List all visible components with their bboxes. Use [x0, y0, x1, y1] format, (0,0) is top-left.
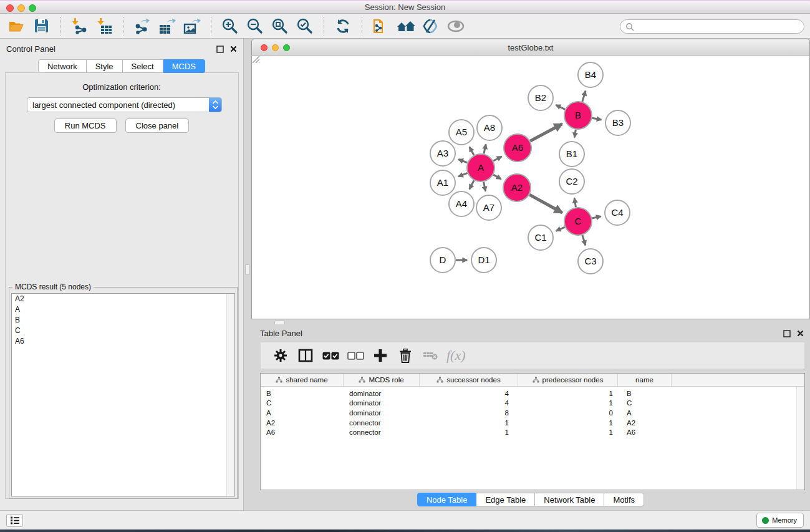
graph-edge-A6-B[interactable]	[530, 124, 562, 141]
network-canvas[interactable]: B4B2BB3A5A8A6B1A3AC2A1A2A4A7C4CC1C3DD1	[251, 56, 810, 319]
graph-node-B[interactable]: B	[564, 102, 592, 129]
select-all-columns-button[interactable]	[319, 344, 342, 367]
zoom-selected-button[interactable]	[292, 16, 317, 37]
graph-node-C1[interactable]: C1	[528, 225, 553, 250]
graph-edge-A-A5[interactable]	[470, 147, 474, 155]
graph-edge-A-A2[interactable]	[493, 175, 501, 179]
export-table-button[interactable]	[155, 16, 180, 37]
graph-node-C4[interactable]: C4	[605, 200, 630, 225]
mcds-result-item[interactable]: A2	[12, 294, 234, 304]
memory-button[interactable]: Memory	[756, 513, 804, 528]
table-settings-button[interactable]	[269, 344, 292, 367]
close-table-panel-icon[interactable]	[796, 329, 805, 338]
graph-node-A2[interactable]: A2	[503, 174, 531, 201]
delete-row-button[interactable]	[394, 344, 417, 367]
export-image-button[interactable]	[180, 16, 205, 37]
run-mcds-button[interactable]: Run MCDS	[54, 118, 117, 133]
mcds-result-list[interactable]: A2ABCA6	[11, 293, 235, 496]
zoom-out-button[interactable]	[243, 16, 268, 37]
graph-node-A1[interactable]: A1	[430, 170, 455, 195]
apply-layout-button[interactable]	[330, 16, 355, 37]
graph-node-B1[interactable]: B1	[559, 142, 584, 167]
close-panel-button[interactable]: Close panel	[125, 118, 190, 133]
table-scrollbar[interactable]	[796, 387, 804, 490]
open-session-button[interactable]	[4, 16, 29, 37]
home-networks-button[interactable]	[393, 16, 418, 37]
function-builder-button[interactable]: f(x)	[444, 347, 466, 364]
column-header-shared-name[interactable]: shared name	[261, 374, 344, 386]
table-row[interactable]: A2connector11A2	[261, 418, 804, 428]
tab-edge-table[interactable]: Edge Table	[476, 493, 535, 506]
vertical-splitter-grip[interactable]	[245, 264, 250, 275]
tab-style[interactable]: Style	[87, 59, 123, 73]
task-history-button[interactable]	[6, 514, 23, 527]
graph-node-A6[interactable]: A6	[504, 134, 531, 162]
zoom-in-button[interactable]	[218, 16, 243, 37]
graph-edge-C-C4[interactable]	[592, 216, 600, 218]
mcds-list-scrollbar[interactable]	[226, 294, 234, 496]
table-row[interactable]: A6connector11A6	[261, 427, 804, 437]
tab-network[interactable]: Network	[38, 59, 87, 73]
search-input[interactable]	[634, 21, 804, 32]
tab-node-table[interactable]: Node Table	[417, 493, 477, 506]
import-table-button[interactable]	[92, 16, 117, 37]
save-session-button[interactable]	[29, 16, 54, 37]
network-window-titlebar[interactable]: testGlobe.txt	[251, 39, 810, 56]
graph-node-D1[interactable]: D1	[471, 248, 496, 273]
graph-edge-C-C2[interactable]	[574, 198, 576, 208]
tab-network-table[interactable]: Network Table	[535, 493, 604, 506]
graph-node-A4[interactable]: A4	[449, 191, 474, 216]
zoom-fit-button[interactable]	[268, 16, 292, 37]
column-header-successor-nodes[interactable]: successor nodes	[420, 374, 518, 386]
graph-edge-C-C3[interactable]	[582, 235, 586, 245]
import-network-button[interactable]	[67, 16, 92, 37]
close-panel-icon[interactable]	[229, 44, 238, 54]
graph-edge-A-A1[interactable]	[458, 173, 467, 177]
column-header-mcds-role[interactable]: MCDS role	[344, 374, 420, 386]
float-panel-icon[interactable]	[215, 44, 224, 54]
graph-edge-A-A7[interactable]	[484, 182, 486, 191]
graph-edge-A-A8[interactable]	[484, 144, 486, 153]
add-row-button[interactable]	[369, 344, 392, 367]
graph-edge-B-B3[interactable]	[592, 118, 602, 120]
unselect-all-columns-button[interactable]	[344, 344, 367, 367]
graph-edge-A2-C[interactable]	[529, 195, 562, 213]
graph-edge-A-A3[interactable]	[458, 160, 467, 163]
mcds-result-item[interactable]: A6	[12, 336, 234, 347]
column-header-name[interactable]: name	[618, 374, 672, 386]
tab-mcds[interactable]: MCDS	[163, 59, 205, 73]
graph-node-A8[interactable]: A8	[477, 115, 502, 140]
graph-edge-A-A4[interactable]	[470, 180, 474, 189]
graph-node-B2[interactable]: B2	[528, 85, 553, 110]
show-eye-button[interactable]	[443, 16, 468, 37]
graph-node-A7[interactable]: A7	[476, 195, 501, 220]
column-header-predecessor-nodes[interactable]: predecessor nodes	[518, 374, 618, 386]
graph-edge-B-B4[interactable]	[582, 91, 586, 102]
graph-node-C[interactable]: C	[564, 208, 592, 235]
criterion-dropdown[interactable]: largest connected component (directed)	[27, 97, 222, 112]
hide-graphics-details-button[interactable]	[418, 16, 443, 37]
float-table-panel-icon[interactable]	[782, 329, 791, 338]
graph-edge-C-C1[interactable]	[556, 227, 565, 231]
tab-motifs[interactable]: Motifs	[604, 493, 644, 506]
graph-node-A5[interactable]: A5	[449, 120, 474, 145]
mcds-result-item[interactable]: A	[12, 304, 234, 315]
graph-node-A3[interactable]: A3	[430, 141, 455, 166]
window-resize-grip[interactable]	[252, 56, 260, 64]
table-row[interactable]: Bdominator41B	[261, 389, 804, 399]
graph-node-C2[interactable]: C2	[559, 169, 584, 194]
mcds-result-item[interactable]: B	[12, 315, 234, 326]
graph-node-B3[interactable]: B3	[605, 110, 630, 135]
graph-edge-A-A6[interactable]	[493, 157, 501, 161]
table-row[interactable]: Adominator80A	[261, 408, 804, 418]
export-network-button[interactable]	[130, 16, 155, 37]
graph-node-C3[interactable]: C3	[578, 249, 603, 274]
graph-edge-B-B2[interactable]	[556, 105, 565, 109]
graph-node-D[interactable]: D	[430, 248, 455, 273]
show-column-button[interactable]	[294, 344, 317, 367]
table-row[interactable]: Cdominator41C	[261, 399, 804, 409]
clone-network-button[interactable]	[369, 16, 393, 37]
graph-node-A[interactable]: A	[467, 154, 494, 181]
mcds-result-item[interactable]: C	[12, 326, 234, 336]
graph-edge-B-B1[interactable]	[574, 130, 576, 138]
